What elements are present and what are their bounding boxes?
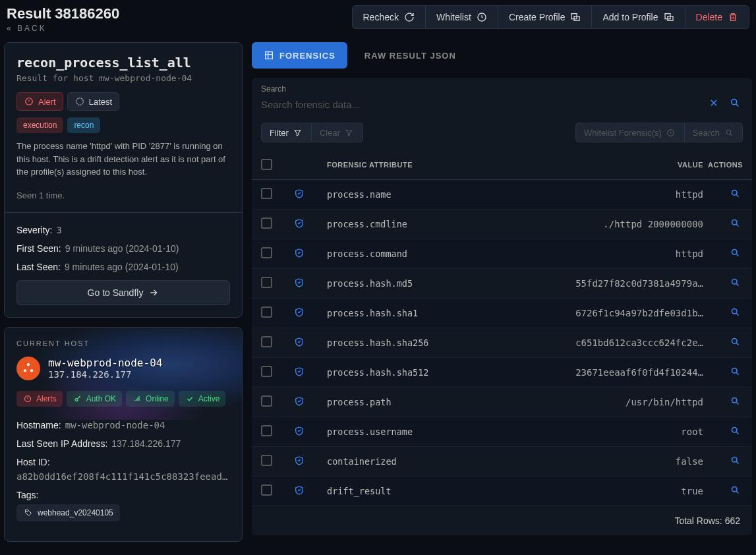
row-search-button[interactable] [727, 423, 743, 441]
first-seen-value: 9 minutes ago (2024-01-10) [65, 243, 179, 254]
search-icon [730, 218, 740, 229]
row-search-button[interactable] [727, 394, 743, 411]
row-checkbox[interactable] [261, 336, 272, 347]
col-value: VALUE [545, 161, 703, 169]
row-value: false [545, 456, 703, 467]
row-checkbox[interactable] [261, 366, 272, 377]
tab-raw-json[interactable]: RAW RESULT JSON [353, 42, 468, 69]
svg-point-9 [30, 369, 33, 372]
host-ip: 137.184.226.177 [48, 369, 162, 380]
row-checkbox[interactable] [261, 455, 272, 466]
row-search-button[interactable] [727, 305, 743, 322]
row-attribute: process.name [327, 189, 545, 200]
check-icon [185, 394, 195, 404]
clear-search-button[interactable] [706, 95, 722, 113]
svg-point-26 [732, 457, 737, 463]
search-icon [730, 307, 740, 318]
row-checkbox[interactable] [261, 247, 272, 258]
row-search-button[interactable] [727, 453, 743, 471]
search-forensics-button[interactable]: Search [685, 123, 743, 142]
search-icon [730, 426, 740, 436]
whitelist-button[interactable]: Whitelist [426, 5, 498, 29]
recheck-button[interactable]: Recheck [352, 5, 426, 29]
row-search-button[interactable] [727, 216, 743, 233]
table-row: process.command httpd [252, 239, 752, 269]
row-checkbox[interactable] [261, 277, 272, 288]
row-value: httpd [545, 189, 703, 200]
delete-label: Delete [696, 12, 722, 22]
page-header: Result 38186260 « BACK Recheck Whitelist… [0, 0, 756, 33]
row-checkbox[interactable] [261, 395, 272, 407]
select-all-checkbox[interactable] [261, 159, 272, 170]
filter-button[interactable]: Filter [261, 123, 312, 142]
auth-badge-label: Auth OK [86, 394, 116, 403]
row-search-button[interactable] [727, 186, 743, 204]
row-attribute: process.hash.md5 [327, 278, 545, 289]
row-search-button[interactable] [727, 482, 743, 500]
row-value: 55fd27f82c0d7381a4979a… [545, 278, 703, 289]
goto-sandfly-label: Go to Sandfly [88, 287, 144, 298]
search-icon [730, 366, 740, 377]
add-to-profile-button[interactable]: Add to Profile [592, 5, 685, 29]
host-tag-label: webhead_v20240105 [38, 508, 113, 517]
active-badge: Active [179, 391, 226, 407]
search-icon [730, 396, 740, 407]
alert-chip-label: Alert [38, 97, 56, 107]
whitelist-label: Whitelist [436, 12, 471, 22]
tags-label: Tags: [16, 490, 230, 500]
shield-icon [294, 455, 327, 468]
svg-point-14 [732, 100, 737, 105]
refresh-icon [404, 12, 415, 22]
row-value: c651bd612ca3ccc624fc2e… [545, 337, 703, 348]
row-checkbox[interactable] [261, 425, 272, 436]
search-input[interactable] [261, 96, 701, 113]
tab-forensics-label: FORENSICS [279, 51, 335, 61]
last-seen-label: Last Seen: [16, 262, 61, 272]
create-profile-button[interactable]: Create Profile [498, 5, 593, 29]
goto-sandfly-button[interactable]: Go to Sandfly [16, 280, 230, 305]
table-row: process.hash.sha512 23671eeaaf6f0fd4f102… [252, 358, 752, 388]
host-name: mw-webprod-node-04 [48, 357, 162, 369]
row-checkbox[interactable] [261, 484, 272, 496]
table-footer: Total Rows: 662 [252, 506, 752, 535]
clear-filter-button[interactable]: Clear [312, 123, 363, 142]
result-name: recon_process_list_all [16, 55, 230, 71]
row-checkbox[interactable] [261, 218, 272, 229]
row-checkbox[interactable] [261, 188, 272, 199]
table-row: process.hash.sha256 c651bd612ca3ccc624fc… [252, 328, 752, 358]
search-icon [730, 337, 740, 347]
forensics-panel: Search Filter [252, 78, 752, 535]
row-search-button[interactable] [727, 275, 743, 293]
os-logo-icon [16, 357, 40, 380]
alert-icon [24, 96, 34, 107]
total-rows-value: 662 [725, 515, 740, 526]
filter-label: Filter [270, 128, 289, 138]
whitelist-forensics-button[interactable]: Whitelist Forensic(s) [575, 123, 685, 142]
row-search-button[interactable] [727, 334, 743, 352]
tab-forensics[interactable]: FORENSICS [252, 42, 347, 69]
content-tabs: FORENSICS RAW RESULT JSON [252, 42, 752, 69]
col-actions: ACTIONS [703, 161, 743, 169]
svg-point-21 [732, 309, 737, 314]
shield-icon [294, 426, 327, 438]
search-small-icon [724, 127, 734, 138]
result-subtext: Result for host mw-webprod-node-04 [16, 73, 230, 83]
search-icon [730, 485, 740, 496]
row-attribute: drift_result [327, 486, 545, 496]
submit-search-button[interactable] [727, 95, 743, 113]
row-attribute: process.path [327, 397, 545, 407]
search-icon [730, 248, 740, 258]
svg-point-7 [27, 363, 30, 366]
back-link[interactable]: « BACK [7, 24, 119, 33]
tag-icon [23, 508, 34, 518]
host-tag: webhead_v20240105 [16, 504, 120, 521]
row-attribute: process.hash.sha256 [327, 337, 545, 348]
delete-button[interactable]: Delete [685, 5, 749, 29]
row-checkbox[interactable] [261, 307, 272, 318]
row-search-button[interactable] [727, 245, 743, 263]
host-section-label: CURRENT HOST [16, 339, 230, 347]
shield-icon [294, 366, 327, 379]
row-attribute: process.hash.sha512 [327, 367, 545, 378]
row-search-button[interactable] [727, 364, 743, 382]
svg-point-25 [732, 428, 737, 433]
